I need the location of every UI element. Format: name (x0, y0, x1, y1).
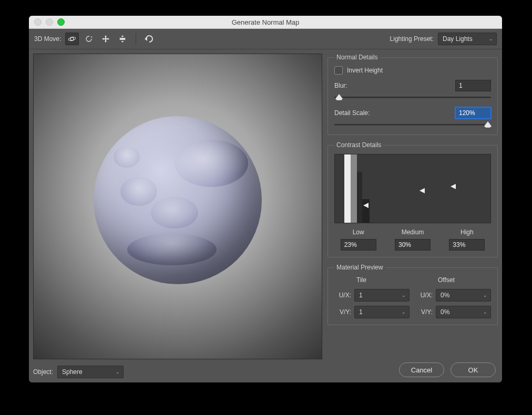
orbit-tool-button[interactable] (65, 33, 79, 45)
tile-ux-label: U/X: (334, 292, 351, 299)
window-title: Generate Normal Map (29, 18, 502, 26)
ok-button[interactable]: OK (451, 362, 496, 377)
chevron-down-icon: ⌄ (483, 293, 487, 298)
contrast-marker-low[interactable] (363, 202, 369, 208)
blur-slider[interactable] (334, 94, 491, 101)
contrast-medium-input[interactable] (395, 239, 431, 251)
dialog-body: Object: Sphere ⌄ Normal Details Invert H… (29, 49, 502, 382)
roll-tool-button[interactable] (82, 33, 96, 45)
settings-panel: Normal Details Invert Height Blur: (328, 54, 498, 378)
lighting-preset-label: Lighting Preset: (390, 35, 434, 43)
slide-icon (118, 34, 127, 44)
contrast-details-legend: Contrast Details (334, 141, 383, 149)
offset-vy-label: V/Y: (416, 308, 433, 316)
chevron-down-icon: ⌄ (402, 309, 406, 315)
pan-tool-button[interactable] (99, 33, 112, 45)
invert-height-row: Invert Height (334, 66, 491, 75)
contrast-marker-high[interactable] (451, 183, 456, 189)
offset-vy-select[interactable]: 0% ⌄ (436, 306, 491, 318)
contrast-details-group: Contrast Details (328, 141, 498, 257)
svg-point-2 (86, 36, 91, 42)
blur-input[interactable] (455, 80, 491, 91)
svg-marker-6 (484, 121, 492, 128)
offset-ux-label: U/X: (416, 292, 433, 299)
dialog-footer: Cancel OK (328, 360, 498, 378)
svg-point-1 (68, 36, 76, 41)
detail-scale-input[interactable] (455, 107, 491, 119)
contrast-low-input[interactable] (341, 239, 376, 251)
detail-scale-label: Detail Scale: (334, 109, 370, 117)
object-value: Sphere (62, 368, 83, 376)
svg-marker-4 (145, 37, 147, 41)
material-preview-group: Material Preview Tile U/X: 1 ⌄ V/Y: (328, 264, 498, 325)
tile-ux-value: 1 (359, 292, 363, 299)
titlebar: Generate Normal Map (29, 16, 502, 29)
svg-marker-7 (363, 203, 369, 208)
preview-column: Object: Sphere ⌄ (33, 54, 322, 378)
lighting-preset-select[interactable]: Day Lights ⌄ (438, 33, 497, 45)
tile-ux-select[interactable]: 1 ⌄ (354, 289, 410, 302)
tile-heading: Tile (334, 276, 410, 284)
svg-marker-5 (335, 94, 343, 100)
chevron-down-icon: ⌄ (483, 309, 487, 315)
3d-move-label: 3D Move: (34, 35, 61, 43)
roll-icon (84, 34, 94, 44)
normal-details-group: Normal Details Invert Height Blur: (328, 54, 498, 135)
dialog-window: Generate Normal Map 3D Move: (29, 16, 502, 382)
normal-details-legend: Normal Details (334, 54, 380, 61)
toolbar-divider (136, 33, 136, 45)
detail-scale-slider[interactable] (334, 121, 491, 128)
tile-vy-value: 1 (359, 308, 363, 316)
cancel-button[interactable]: Cancel (399, 362, 444, 377)
object-row: Object: Sphere ⌄ (33, 359, 322, 378)
contrast-low-label: Low (353, 229, 364, 236)
orbit-icon (67, 34, 77, 44)
reset-view-button[interactable] (142, 33, 156, 45)
pan-icon (101, 34, 110, 44)
contrast-histogram[interactable] (334, 154, 491, 223)
object-label: Object: (33, 368, 53, 376)
chevron-down-icon: ⌄ (489, 36, 493, 42)
offset-vy-value: 0% (441, 308, 449, 316)
offset-ux-value: 0% (441, 292, 449, 299)
tile-vy-select[interactable]: 1 ⌄ (354, 306, 410, 318)
invert-height-label: Invert Height (347, 67, 383, 74)
material-preview-legend: Material Preview (334, 264, 385, 271)
undo-icon (144, 35, 155, 43)
blur-label: Blur: (334, 82, 347, 89)
chevron-down-icon: ⌄ (116, 369, 120, 375)
contrast-medium-label: Medium (402, 229, 424, 236)
slide-tool-button[interactable] (116, 33, 129, 45)
chevron-down-icon: ⌄ (402, 293, 406, 298)
tile-vy-label: V/Y: (334, 308, 351, 316)
invert-height-checkbox[interactable] (334, 66, 343, 75)
svg-marker-9 (451, 184, 456, 189)
contrast-high-label: High (461, 229, 474, 236)
svg-marker-3 (91, 36, 93, 38)
object-select[interactable]: Sphere ⌄ (57, 366, 124, 378)
lighting-preset-value: Day Lights (443, 35, 473, 43)
contrast-marker-medium[interactable] (420, 188, 425, 193)
preview-sphere (94, 116, 262, 284)
offset-heading: Offset (416, 276, 491, 284)
contrast-high-input[interactable] (449, 239, 485, 251)
3d-viewport[interactable] (33, 54, 322, 359)
toolbar: 3D Move: (29, 29, 502, 49)
offset-ux-select[interactable]: 0% ⌄ (436, 289, 491, 302)
svg-marker-8 (420, 188, 425, 193)
